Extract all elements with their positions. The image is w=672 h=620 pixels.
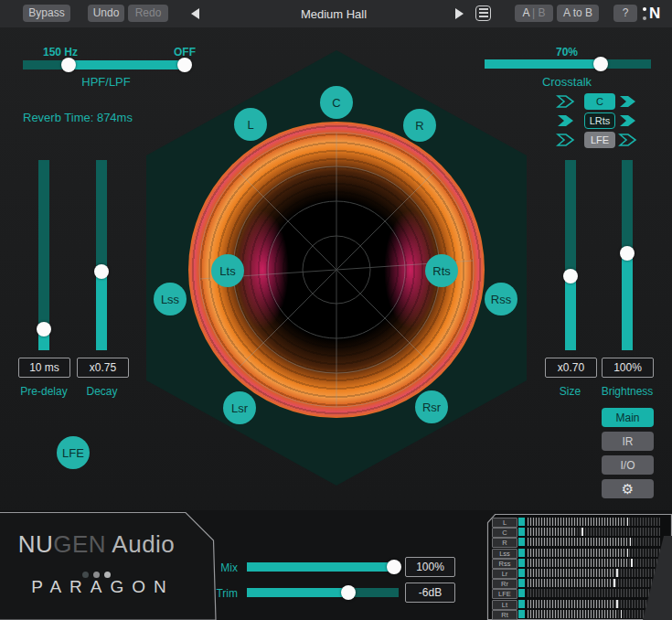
settings-button[interactable]: ⚙ [602, 479, 654, 498]
channel-button-lts[interactable]: Lts [211, 254, 244, 287]
send-button-lfe[interactable]: LFE [584, 132, 615, 148]
channel-button-lss[interactable]: Lss [154, 283, 187, 315]
predelay-value[interactable]: 10 ms [18, 358, 70, 378]
decay-label: Decay [77, 385, 127, 398]
channel-button-lsr[interactable]: Lsr [223, 391, 256, 424]
send-left-chevron-icon-lrts[interactable] [556, 113, 576, 128]
send-right-chevron-icon-lfe[interactable] [618, 133, 638, 147]
predelay-label: Pre-delay [9, 385, 79, 398]
paragon-plugin-window: Bypass Undo Redo Medium Hall A | B A to … [0, 0, 672, 620]
tab-ir[interactable]: IR [602, 432, 654, 451]
crosstalk-slider[interactable] [485, 59, 651, 69]
hpf-value-label: 150 Hz [43, 46, 78, 59]
crosstalk-handle[interactable] [593, 57, 608, 71]
previous-preset-icon[interactable] [191, 8, 199, 19]
send-left-chevron-icon-lfe[interactable] [556, 133, 576, 147]
send-right-chevron-icon-lrts[interactable] [618, 113, 638, 128]
gear-icon: ⚙ [622, 481, 634, 497]
send-button-c[interactable]: C [584, 93, 615, 110]
crosstalk-value: 70% [512, 46, 622, 59]
channel-button-r[interactable]: R [403, 109, 436, 142]
brightness-value[interactable]: 100% [602, 358, 654, 378]
decay-slider[interactable] [96, 160, 107, 350]
brightness-handle[interactable] [620, 246, 635, 261]
preset-name[interactable]: Medium Hall [256, 7, 411, 21]
channel-button-lfe[interactable]: LFE [57, 436, 90, 469]
channel-button-rsr[interactable]: Rsr [415, 390, 448, 423]
decay-value[interactable]: x0.75 [77, 358, 129, 378]
reverb-time-readout: Reverb Time: 874ms [23, 111, 133, 124]
size-slider[interactable] [565, 160, 576, 350]
crosstalk-label: Crosstalk [512, 75, 622, 89]
hpf-handle[interactable] [61, 58, 76, 72]
channel-button-rss[interactable]: Rss [485, 283, 517, 315]
ab-b-label: | B [529, 6, 546, 19]
tab-io[interactable]: I/O [602, 455, 654, 475]
hpf-lpf-label: HPF/LPF [23, 75, 189, 89]
channel-button-rts[interactable]: Rts [425, 254, 458, 287]
decay-handle[interactable] [94, 264, 109, 279]
nugen-logo-icon: N [642, 5, 667, 23]
send-right-chevron-icon-c[interactable] [618, 94, 638, 109]
redo-button[interactable]: Redo [128, 5, 168, 22]
channel-button-c[interactable]: C [320, 86, 353, 119]
ab-a-label: A [522, 6, 528, 19]
lpf-handle[interactable] [177, 58, 192, 72]
tab-main[interactable]: Main [602, 408, 654, 427]
size-value[interactable]: x0.70 [545, 358, 597, 378]
predelay-slider[interactable] [38, 160, 49, 350]
channel-button-l[interactable]: L [234, 108, 267, 141]
lpf-value-label: OFF [174, 46, 196, 59]
corner-facet [0, 501, 672, 620]
ab-compare-button[interactable]: A | B [515, 5, 553, 22]
undo-button[interactable]: Undo [88, 5, 124, 22]
brightness-slider[interactable] [622, 160, 633, 350]
a-to-b-button[interactable]: A to B [557, 5, 599, 22]
hpf-lpf-slider[interactable] [23, 60, 189, 69]
help-button[interactable]: ? [613, 5, 637, 22]
next-preset-icon[interactable] [455, 8, 464, 19]
size-label: Size [545, 385, 595, 398]
send-left-chevron-icon-c[interactable] [556, 94, 576, 109]
title-bar: Bypass Undo Redo Medium Hall A | B A to … [0, 0, 672, 27]
preset-list-icon[interactable] [475, 5, 491, 21]
brightness-label: Brightness [590, 385, 665, 398]
send-button-lrts[interactable]: LRts [584, 112, 615, 129]
bypass-button[interactable]: Bypass [23, 5, 70, 22]
nugen-logo-n: N [649, 5, 660, 23]
predelay-handle[interactable] [37, 322, 51, 337]
size-handle[interactable] [563, 269, 578, 283]
